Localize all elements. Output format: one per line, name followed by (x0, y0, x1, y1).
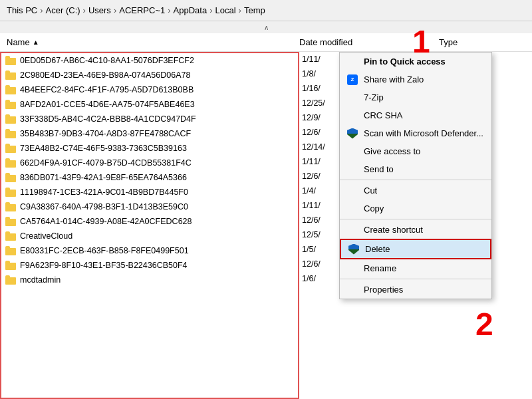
file-row[interactable]: E80331FC-2ECB-463F-B858-F8FE0499F501 (1, 243, 298, 258)
context-menu: Pin to Quick accessZShare with Zalo7-Zip… (339, 52, 492, 299)
ctx-separator (340, 219, 491, 219)
folder-icon (5, 56, 16, 65)
file-row[interactable]: C9A38367-640A-4798-B3F1-1D413B3E59C0 (1, 200, 298, 214)
ctx-item-label: Copy (364, 203, 384, 213)
ctx-separator (340, 180, 491, 180)
folder-icon (5, 275, 16, 285)
file-name-text: 2C980E4D-23EA-46E9-B98A-074A56D06A78 (20, 70, 190, 80)
file-row[interactable]: 73EA48B2-C74E-46F5-9383-7363C5B39163 (1, 141, 298, 156)
ctx-item-label: Create shortcut (364, 225, 423, 235)
file-name-text: 4B4EEFC2-84FC-4F1F-A795-A5D7D613B0BB (20, 85, 194, 94)
breadcrumb-user[interactable]: ACERPC~1 (119, 5, 165, 15)
ctx-item-create-shortcut[interactable]: Create shortcut (340, 221, 491, 239)
folder-icon (5, 114, 16, 124)
file-name-text: 35B483B7-9DB3-4704-A8D3-87FE4788CACF (20, 129, 191, 138)
breadcrumb-bar: This PC › Acer (C:) › Users › ACERPC~1 ›… (0, 0, 532, 21)
col-name-label: Name (7, 37, 30, 47)
folder-icon (5, 261, 16, 270)
annotation-1: 1 (412, 23, 430, 60)
col-header-type[interactable]: Type (439, 37, 532, 47)
up-chevron-icon: ∧ (264, 24, 269, 31)
folder-icon (5, 231, 16, 241)
folder-icon (5, 202, 16, 211)
ctx-separator (340, 279, 491, 279)
file-row[interactable]: 0ED05D67-AB6C-4C10-8AA1-5076DF3EFCF2 (1, 53, 298, 68)
ctx-item-properties[interactable]: Properties (340, 281, 491, 299)
file-name-text: 8AFD2A01-CCE5-4D6E-AA75-074F5ABE46E3 (20, 100, 195, 109)
ctx-item-crc-sha[interactable]: CRC SHA (340, 106, 491, 124)
file-name-text: E80331FC-2ECB-463F-B858-F8FE0499F501 (20, 246, 189, 255)
folder-icon (5, 129, 16, 138)
file-row[interactable]: 4B4EEFC2-84FC-4F1F-A795-A5D7D613B0BB (1, 82, 298, 97)
file-name-text: 836DB071-43F9-42A1-9E8F-65EA764A5366 (20, 173, 187, 182)
breadcrumb-local[interactable]: Local (215, 5, 236, 15)
ctx-item-label: 7-Zip (364, 92, 384, 102)
file-row[interactable]: 8AFD2A01-CCE5-4D6E-AA75-074F5ABE46E3 (1, 97, 298, 112)
file-list: 0ED05D67-AB6C-4C10-8AA1-5076DF3EFCF22C98… (0, 52, 532, 399)
col-date-label: Date modified (299, 37, 352, 47)
file-name-text: CreativeCloud (20, 231, 72, 241)
folder-icon (5, 70, 16, 80)
annotation-2: 2 (475, 306, 493, 342)
ctx-item-give-access[interactable]: Give access to (340, 142, 491, 160)
breadcrumb-this-pc[interactable]: This PC (7, 5, 37, 15)
ctx-item-send-to[interactable]: Send to (340, 160, 491, 178)
breadcrumb-appdata[interactable]: AppData (174, 5, 207, 15)
ctx-item-label: Give access to (364, 146, 420, 156)
file-row[interactable]: 836DB071-43F9-42A1-9E8F-65EA764A5366 (1, 170, 298, 185)
ctx-item-label: Share with Zalo (364, 74, 424, 84)
file-name-text: C9A38367-640A-4798-B3F1-1D413B3E59C0 (20, 202, 188, 211)
file-row[interactable]: 35B483B7-9DB3-4704-A8D3-87FE4788CACF (1, 126, 298, 141)
breadcrumb-temp[interactable]: Temp (244, 5, 265, 15)
breadcrumb-users[interactable]: Users (88, 5, 111, 15)
ctx-item-label: Rename (364, 263, 396, 273)
file-names-panel: 0ED05D67-AB6C-4C10-8AA1-5076DF3EFCF22C98… (0, 52, 299, 399)
file-row[interactable]: mcdtadmin (1, 273, 298, 287)
file-name-text: 0ED05D67-AB6C-4C10-8AA1-5076DF3EFCF2 (20, 56, 194, 65)
ctx-item-label: CRC SHA (364, 110, 403, 120)
folder-icon (5, 85, 16, 94)
sep-3: › (114, 5, 116, 15)
sort-icon: ▲ (33, 39, 39, 46)
ctx-item-label: Scan with Microsoft Defender... (364, 128, 483, 138)
shield-icon (346, 128, 358, 140)
ctx-item-7zip[interactable]: 7-Zip (340, 88, 491, 106)
ctx-item-copy[interactable]: Copy (340, 200, 491, 217)
right-panel: 1/11/1/8/1/16/12/25/12/9/12/6/12/14/1/11… (299, 52, 532, 399)
file-row[interactable]: 2C980E4D-23EA-46E9-B98A-074A56D06A78 (1, 68, 298, 82)
file-row[interactable]: 33F338D5-AB4C-4C2A-BBB8-4A1CDC947D4F (1, 112, 298, 126)
sep-4: › (168, 5, 170, 15)
ctx-item-delete[interactable]: Delete (340, 239, 491, 259)
breadcrumb-up-arrow[interactable]: ∧ (0, 21, 532, 33)
sep-1: › (40, 5, 43, 15)
ctx-item-label: Delete (365, 244, 390, 254)
ctx-item-rename[interactable]: Rename (340, 259, 491, 277)
folder-icon (5, 188, 16, 197)
sep-5: › (209, 5, 212, 15)
col-type-label: Type (439, 37, 458, 47)
ctx-item-scan[interactable]: Scan with Microsoft Defender... (340, 124, 491, 142)
ctx-item-label: Send to (364, 164, 394, 174)
file-row[interactable]: CA5764A1-014C-4939-A08E-42A0CFEDC628 (1, 214, 298, 229)
file-name-text: 33F338D5-AB4C-4C2A-BBB8-4A1CDC947D4F (20, 114, 196, 124)
file-name-text: 662D4F9A-91CF-4079-B75D-4CDB55381F4C (20, 158, 192, 168)
file-name-text: mcdtadmin (20, 275, 61, 285)
ctx-item-label: Cut (364, 186, 377, 196)
file-row[interactable]: F9A623F9-8F10-43E1-BF35-B22436CB50F4 (1, 258, 298, 273)
ctx-item-share-zalo[interactable]: ZShare with Zalo (340, 70, 491, 88)
folder-icon (5, 144, 16, 153)
folder-icon (5, 217, 16, 226)
breadcrumb-drive[interactable]: Acer (C:) (46, 5, 80, 15)
col-header-name[interactable]: Name ▲ (0, 37, 299, 47)
file-row[interactable]: 11198947-1CE3-421A-9C01-4B9BD7B445F0 (1, 185, 298, 200)
ctx-item-label: Pin to Quick access (364, 57, 446, 66)
folder-icon (5, 246, 16, 255)
file-name-text: F9A623F9-8F10-43E1-BF35-B22436CB50F4 (20, 261, 188, 270)
file-row[interactable]: CreativeCloud (1, 229, 298, 243)
file-row[interactable]: 662D4F9A-91CF-4079-B75D-4CDB55381F4C (1, 156, 298, 170)
ctx-item-cut[interactable]: Cut (340, 182, 491, 200)
folder-icon (5, 158, 16, 168)
file-name-text: CA5764A1-014C-4939-A08E-42A0CFEDC628 (20, 217, 192, 226)
file-name-text: 73EA48B2-C74E-46F5-9383-7363C5B39163 (20, 144, 187, 153)
folder-icon (5, 100, 16, 109)
